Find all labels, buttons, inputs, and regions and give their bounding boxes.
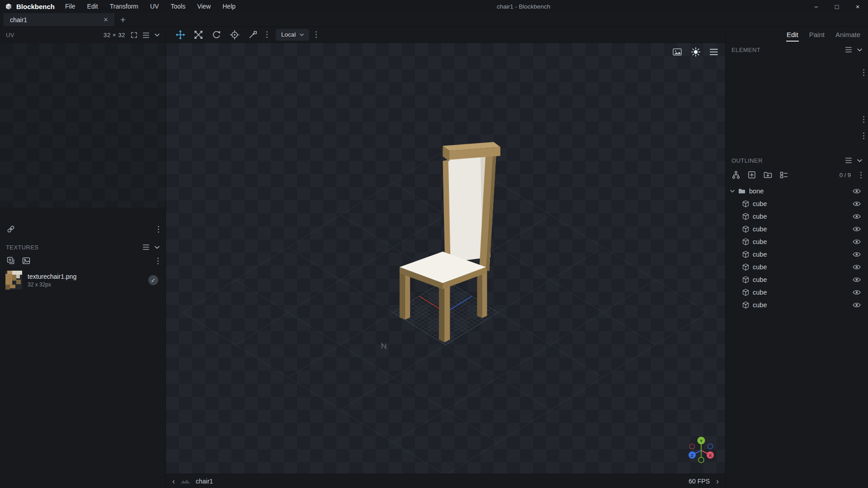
tab-paint-mode[interactable]: Paint	[809, 28, 825, 42]
menu-view[interactable]: View	[191, 0, 217, 13]
cube-name[interactable]: cube	[753, 200, 767, 207]
element-panel-collapse-icon[interactable]	[857, 48, 862, 52]
uv-fullscreen-icon[interactable]	[131, 32, 137, 38]
visibility-toggle[interactable]	[853, 239, 861, 244]
visibility-toggle[interactable]	[853, 302, 861, 308]
close-button[interactable]: ×	[847, 0, 868, 13]
uv-panel-menu-icon[interactable]	[143, 33, 149, 38]
resize-tool-button[interactable]	[191, 28, 206, 42]
menu-uv[interactable]: UV	[144, 0, 165, 13]
tab-animate-mode[interactable]: Animate	[835, 28, 861, 42]
gizmo-neg-y[interactable]	[698, 457, 704, 463]
gizmo-neg-z[interactable]	[708, 444, 713, 449]
outliner-row-cube[interactable]: cube	[726, 248, 868, 261]
cube-name[interactable]: cube	[753, 213, 767, 220]
move-tool-button[interactable]	[173, 28, 188, 42]
outliner-view-options-icon[interactable]	[780, 171, 788, 178]
visibility-toggle[interactable]	[853, 226, 861, 232]
visibility-toggle[interactable]	[853, 290, 861, 295]
gizmo-neg-x[interactable]	[690, 444, 695, 449]
toolbar-menu-dots[interactable]	[316, 31, 317, 38]
visibility-toggle[interactable]	[853, 264, 861, 270]
rotate-tool-button[interactable]	[209, 28, 224, 42]
tab-edit-mode[interactable]: Edit	[786, 28, 799, 42]
menu-file[interactable]: File	[59, 0, 81, 13]
menu-help[interactable]: Help	[217, 0, 241, 13]
outliner-row-cube[interactable]: cube	[726, 197, 868, 210]
menu-edit[interactable]: Edit	[81, 0, 104, 13]
menubar: File Edit Transform UV Tools View Help	[59, 0, 241, 13]
group-name[interactable]: bone	[749, 188, 764, 195]
visibility-toggle[interactable]	[853, 277, 861, 282]
cube-name[interactable]: cube	[753, 276, 767, 283]
gizmo-pos-y[interactable]: Y	[698, 437, 705, 445]
status-prev-icon[interactable]: ‹	[172, 477, 175, 485]
outliner-row-cube[interactable]: cube	[726, 223, 868, 235]
outliner-row-cube[interactable]: cube	[726, 299, 868, 311]
uv-link-icon[interactable]	[6, 225, 15, 234]
window-controls: − □ ×	[806, 0, 868, 13]
cube-name[interactable]: cube	[753, 301, 767, 309]
visibility-toggle[interactable]	[853, 188, 861, 194]
viewport-3d[interactable]: Y X Z	[166, 43, 725, 474]
element-toolbar-menu-icon[interactable]	[863, 116, 864, 123]
outliner-row-cube[interactable]: cube	[726, 273, 868, 286]
visibility-toggle[interactable]	[853, 214, 861, 219]
import-texture-icon[interactable]	[7, 257, 15, 265]
transform-space-dropdown[interactable]: Local	[276, 29, 309, 41]
pivot-tool-button[interactable]	[227, 28, 242, 42]
texture-list-item[interactable]: texturechair1.png 32 x 32px ✓	[0, 267, 165, 293]
cube-name[interactable]: cube	[753, 251, 767, 258]
maximize-button[interactable]: □	[826, 0, 847, 13]
menu-transform[interactable]: Transform	[104, 0, 144, 13]
expand-chevron-icon[interactable]	[730, 190, 735, 192]
outliner-panel-menu-icon[interactable]	[845, 158, 852, 163]
outliner-panel-collapse-icon[interactable]	[857, 159, 862, 162]
uv-toolbar-menu-icon[interactable]	[158, 226, 159, 233]
outliner-toolbar-menu-icon[interactable]	[860, 172, 862, 178]
element-panel-menu-icon[interactable]	[845, 47, 852, 52]
outliner-row-cube[interactable]: cube	[726, 210, 868, 223]
status-next-icon[interactable]: ›	[716, 477, 719, 485]
minimize-button[interactable]: −	[806, 0, 826, 13]
add-cube-icon[interactable]	[748, 171, 756, 179]
texture-selected-check-icon[interactable]: ✓	[148, 275, 158, 285]
textures-panel-collapse-icon[interactable]	[155, 246, 160, 249]
cube-name[interactable]: cube	[753, 225, 767, 233]
outliner-row-bone[interactable]: bone	[726, 185, 868, 197]
gizmo-pos-z[interactable]: Z	[689, 451, 696, 459]
tab-bar: chair1 × +	[0, 13, 868, 27]
shading-sun-icon[interactable]	[691, 47, 701, 57]
uv-editor-canvas[interactable]	[0, 43, 165, 208]
chair-model[interactable]	[400, 142, 500, 342]
uv-panel-collapse-icon[interactable]	[155, 33, 160, 37]
outliner-row-cube[interactable]: cube	[726, 235, 868, 248]
tab-close-icon[interactable]: ×	[101, 16, 111, 24]
gizmo-pos-x[interactable]: X	[707, 451, 714, 459]
scene-thumbnail-icon[interactable]	[180, 479, 190, 484]
textures-toolbar-menu-icon[interactable]	[157, 258, 159, 264]
cube-name[interactable]: cube	[753, 289, 767, 296]
viewport-menu-icon[interactable]	[710, 49, 718, 55]
status-project-name[interactable]: chair1	[196, 478, 213, 485]
new-tab-button[interactable]: +	[114, 13, 132, 26]
visibility-toggle[interactable]	[853, 201, 861, 206]
element-panel-title: ELEMENT	[731, 47, 760, 53]
cube-name[interactable]: cube	[753, 263, 767, 271]
add-group-icon[interactable]	[764, 171, 772, 178]
cube-icon	[742, 276, 749, 283]
outliner-row-cube[interactable]: cube	[726, 286, 868, 299]
outliner-row-cube[interactable]: cube	[726, 261, 868, 273]
tab-chair1[interactable]: chair1 ×	[4, 13, 114, 26]
hierarchy-icon[interactable]	[732, 171, 740, 179]
cube-name[interactable]: cube	[753, 238, 767, 245]
visibility-toggle[interactable]	[853, 252, 861, 257]
create-texture-icon[interactable]	[22, 257, 30, 264]
vertex-snap-tool-button[interactable]	[245, 28, 260, 42]
orientation-gizmo[interactable]: Y X Z	[685, 436, 717, 467]
element-toolbar-menu-icon[interactable]	[863, 69, 864, 76]
screenshot-icon[interactable]	[673, 48, 682, 56]
menu-tools[interactable]: Tools	[165, 0, 191, 13]
element-toolbar-menu-icon[interactable]	[863, 132, 864, 139]
textures-panel-menu-icon[interactable]	[143, 244, 149, 250]
